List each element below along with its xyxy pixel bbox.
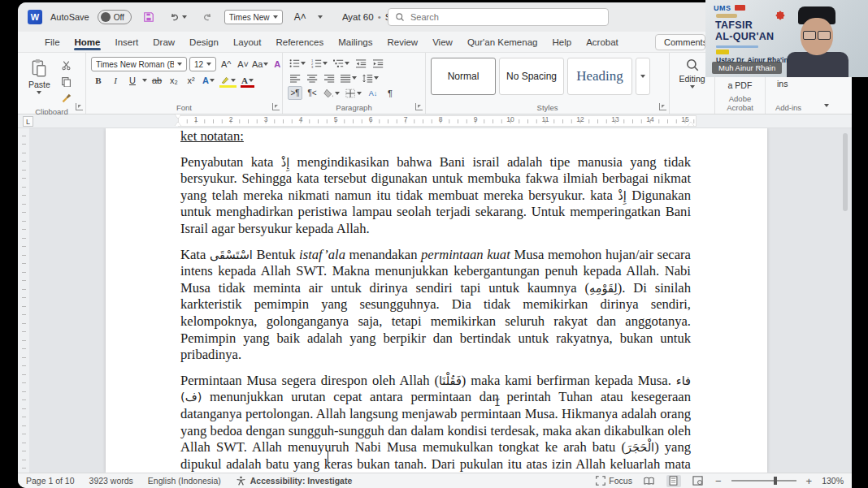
body-paragraph[interactable]: Penyabutan kata إِذْ mengindikasikan bah… [180,154,691,238]
autosave-toggle[interactable]: Off [98,10,132,24]
body-paragraph[interactable]: Permintaan Musa segera direspon oleh All… [180,373,691,473]
tab-references[interactable]: References [268,34,331,52]
collapse-ribbon-button[interactable] [824,100,829,109]
tab-design[interactable]: Design [182,34,226,52]
comments-button[interactable]: Comments [655,34,705,50]
line-spacing-button[interactable] [361,71,380,85]
clipboard-dialog-launcher[interactable] [76,103,83,110]
bold-button[interactable]: B [91,74,106,88]
sort-button[interactable]: A↓ [366,86,380,100]
word-app-icon[interactable]: W [28,10,42,24]
editing-button[interactable]: Editing [675,56,710,90]
document-page[interactable]: ket notatan: Penyabutan kata إِذْ mengin… [106,128,767,473]
undo-dropdown-icon [182,15,187,19]
quick-font-combo[interactable]: Times New R [224,10,283,24]
vertical-scrollbar[interactable] [842,130,848,471]
undo-button[interactable] [166,11,190,24]
subscript-button[interactable]: x₂ [167,74,181,88]
paragraph-dialog-launcher[interactable] [415,103,423,110]
vertical-ruler[interactable] [18,128,29,473]
change-case-button[interactable]: Aa [253,58,267,71]
tab-file[interactable]: File [37,34,67,52]
webcam-overlay[interactable]: UMS TAFSIR AL-QUR'AN Ustaz Dr. Ainur Rha… [705,0,868,77]
align-right-button[interactable] [322,71,336,85]
word-count[interactable]: 3923 words [89,476,133,486]
style-normal[interactable]: Normal [431,58,496,95]
text-run: Bentuk [253,247,299,262]
focus-button[interactable]: Focus [596,476,632,486]
text-run: ) maka kami berfirman kepada Musa. [462,373,676,388]
font-name-combo[interactable]: Times New Roman (B [91,57,187,71]
language-indicator[interactable]: English (Indonesia) [148,476,221,486]
shrink-font-button[interactable]: A˅ [236,58,250,71]
italic-button[interactable]: I [108,74,123,88]
align-center-button[interactable] [305,71,319,85]
justify-button[interactable] [339,71,358,85]
tab-view[interactable]: View [425,34,460,52]
align-left-icon [290,74,301,83]
bullets-button[interactable] [288,57,307,71]
highlight-dropdown-icon [231,79,236,82]
zoom-in-button[interactable]: + [806,475,813,487]
multilevel-list-button[interactable] [332,57,351,71]
superscript-button[interactable]: x² [184,74,198,88]
copy-button[interactable] [59,75,74,89]
zoom-out-button[interactable]: − [715,475,722,487]
grow-font-button[interactable]: A^ [219,58,233,71]
left-indent-marker[interactable] [175,114,182,127]
format-painter-button[interactable] [59,91,74,105]
styles-gallery-more-button[interactable] [636,58,650,95]
scissors-icon [61,60,72,71]
paste-button[interactable]: Paste [23,56,56,105]
decrease-indent-button[interactable] [354,57,368,71]
tab-help[interactable]: Help [545,34,579,52]
align-left-button[interactable] [288,71,302,85]
underline-button[interactable]: U [125,74,140,88]
strikethrough-button[interactable]: ab [150,74,164,88]
font-color-button[interactable]: A [240,74,255,88]
quick-access-dropdown-icon[interactable] [318,15,323,19]
tab-mailings[interactable]: Mailings [331,34,380,52]
tab-insert[interactable]: Insert [107,34,145,52]
tab-qur-an-kemenag[interactable]: Qur'an Kemenag [460,34,545,52]
rtl-direction-button[interactable]: ¶< [305,86,319,100]
font-dialog-launcher[interactable] [272,103,280,110]
grow-font-quick-button[interactable]: A˄ [291,10,310,24]
tab-layout[interactable]: Layout [226,34,269,52]
show-hide-pilcrow-button[interactable]: ¶ [383,86,397,100]
numbering-button[interactable]: 1 2 3 [310,57,329,71]
zoom-slider[interactable] [731,480,796,482]
web-layout-button[interactable] [691,475,705,487]
accessibility-status[interactable]: Accessibility: Investigate [236,476,352,486]
highlight-button[interactable] [219,74,237,88]
font-size-combo[interactable]: 12 [189,57,216,71]
text-effects-button[interactable]: A [201,74,216,88]
search-input[interactable]: Search [388,8,609,26]
tab-review[interactable]: Review [380,34,425,52]
style-heading[interactable]: Heading [567,58,632,95]
save-button[interactable] [140,10,158,24]
increase-indent-button[interactable] [371,57,385,71]
ltr-direction-button[interactable]: >¶ [288,86,302,100]
redo-button[interactable] [198,11,216,24]
body-paragraph[interactable]: Kata اسْتَسْقَى Bentuk istaf’ala menanda… [180,247,691,364]
read-mode-button[interactable] [642,475,657,487]
align-center-icon [307,74,318,83]
right-indent-marker[interactable] [688,122,694,126]
tab-draw[interactable]: Draw [145,34,182,52]
page-indicator[interactable]: Page 1 of 10 [26,476,75,486]
underline-dropdown-icon[interactable] [142,79,147,82]
zoom-slider-thumb[interactable] [774,477,777,485]
cut-button[interactable] [59,58,74,72]
zoom-level[interactable]: 130% [822,476,844,486]
horizontal-ruler[interactable]: L 123456789101112131415 [18,114,852,128]
tab-acrobat[interactable]: Acrobat [579,34,626,52]
style-no-spacing[interactable]: No Spacing [499,58,564,95]
print-layout-button[interactable] [666,475,681,487]
tab-home[interactable]: Home [67,34,108,52]
shading-button[interactable] [322,86,341,100]
scrollbar-thumb[interactable] [843,133,848,211]
borders-button[interactable] [344,86,363,100]
styles-dialog-launcher[interactable] [659,103,666,110]
tab-stop-selector[interactable]: L [23,116,33,127]
